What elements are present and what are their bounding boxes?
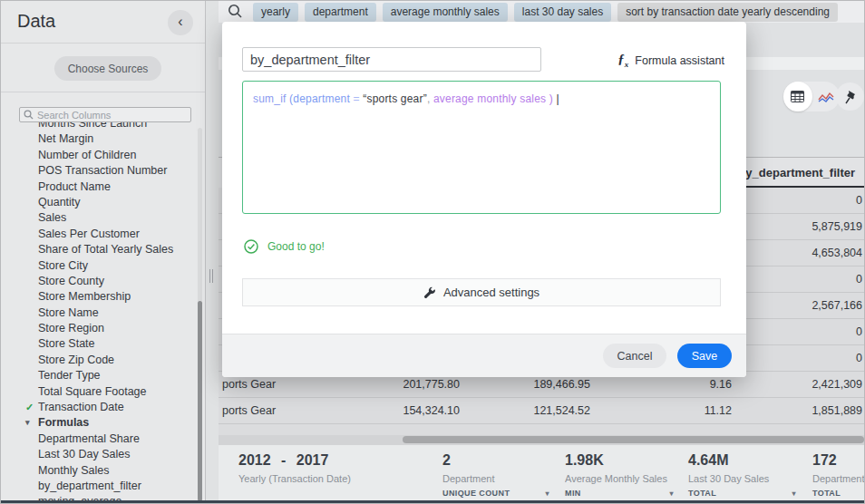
sidebar-scrollbar[interactable] <box>198 128 202 501</box>
advanced-settings-button[interactable]: Advanced settings <box>242 278 721 306</box>
table-cell: ports Gear <box>222 398 276 423</box>
chevron-down-icon[interactable]: ▾ <box>25 415 30 431</box>
table-cell: 2,421,309 <box>812 372 862 397</box>
filter-chip[interactable]: average monthly sales <box>383 3 508 22</box>
column-header-by-department-filter[interactable]: by_department_filter <box>738 158 855 189</box>
stat-aggregation-selector[interactable]: TOTAL▾ <box>688 489 796 498</box>
sidebar-scrollbar-thumb[interactable] <box>198 301 202 501</box>
filter-chip[interactable]: yearly <box>253 3 298 22</box>
filter-chip[interactable]: department <box>305 3 376 22</box>
stat-aggregation-selector[interactable]: UNIQUE COUNT▾ <box>442 489 549 498</box>
cancel-button[interactable]: Cancel <box>603 344 666 368</box>
data-sidebar: Data ‹ Choose Sources Months Since Launc… <box>1 1 206 504</box>
chevron-down-icon[interactable]: ▾ <box>792 489 796 498</box>
window-bottom-edge <box>1 500 864 503</box>
pin-button[interactable] <box>836 82 864 111</box>
check-circle-icon <box>244 239 258 254</box>
horizontal-scrollbar-thumb[interactable] <box>403 436 864 443</box>
sidebar-item-departmental-share[interactable]: Departmental Share <box>1 431 195 447</box>
sidebar-item-number-of-children[interactable]: Number of Children <box>1 148 195 163</box>
stat-aggregation-selector[interactable]: MIN▾ <box>565 489 674 498</box>
stat-label: Last 30 Day Sales <box>688 473 796 484</box>
table-row[interactable]: ports Gear154,324.10121,524.5211.121,851… <box>219 398 865 424</box>
formula-assistant-button[interactable]: ƒx Formula assistant <box>617 52 724 69</box>
search-columns-input[interactable] <box>37 110 182 121</box>
sidebar-item-label: Last 30 Day Sales <box>38 448 130 460</box>
sidebar-sources-section: Choose Sources <box>1 44 205 92</box>
sidebar-item-label: Sales <box>38 211 66 224</box>
sidebar-item-quantity[interactable]: Quantity <box>1 195 195 210</box>
sidebar-item-tender-type[interactable]: Tender Type <box>1 368 195 383</box>
formula-token: = <box>350 92 363 105</box>
formula-assistant-label: Formula assistant <box>635 54 724 67</box>
filter-chip[interactable]: last 30 day sales <box>514 3 611 22</box>
sidebar-item-store-county[interactable]: Store County <box>1 274 195 289</box>
sidebar-item-formulas[interactable]: ▾Formulas <box>1 415 195 431</box>
sidebar-item-pos-transaction-number[interactable]: POS Transaction Number <box>1 163 195 179</box>
sidebar-item-label: Tender Type <box>38 369 101 382</box>
table-cell: 121,524.52 <box>533 398 590 423</box>
sidebar-item-label: Transaction Date <box>38 401 124 413</box>
table-cell: 0 <box>856 267 862 292</box>
sidebar-item-store-membership[interactable]: Store Membership <box>1 289 195 305</box>
sidebar-item-label: Store State <box>38 337 95 350</box>
save-button[interactable]: Save <box>677 344 732 368</box>
panel-resize-gutter[interactable] <box>206 1 219 504</box>
sidebar-item-total-square-footage[interactable]: Total Square Footage <box>1 384 195 400</box>
chevron-down-icon[interactable]: ▾ <box>670 489 674 498</box>
sidebar-item-net-margin[interactable]: Net Margin <box>1 131 195 147</box>
sidebar-item-label: Quantity <box>38 196 81 208</box>
sidebar-item-months-since-launch[interactable]: Months Since Launch <box>1 122 195 131</box>
table-cell: 11.12 <box>705 398 732 423</box>
formula-token: sum_if <box>253 92 289 105</box>
sidebar-item-label: POS Transaction Number <box>38 164 167 177</box>
formula-token: , <box>427 92 433 105</box>
sidebar-item-label: Monthly Sales <box>38 464 110 477</box>
stat-value: 4.64M <box>688 452 796 469</box>
advanced-settings-label: Advanced settings <box>443 286 539 299</box>
stat-departmenta: 172DepartmentaTOTAL <box>812 452 865 498</box>
view-toggle[interactable] <box>783 82 840 111</box>
table-cell: 0 <box>856 188 862 213</box>
sidebar-item-sales-per-customer[interactable]: Sales Per Customer <box>1 227 195 242</box>
sidebar-item-product-name[interactable]: Product Name <box>1 179 195 195</box>
stat-aggregation-selector[interactable]: TOTAL <box>812 489 865 498</box>
formula-name-input[interactable] <box>242 47 541 72</box>
filter-chip[interactable]: sort by transaction date yearly descendi… <box>617 3 838 22</box>
collapse-sidebar-button[interactable]: ‹ <box>168 10 193 35</box>
stat-label: Average Monthly Sales <box>565 473 674 484</box>
sidebar-item-share-of-total-yearly-sales[interactable]: Share of Total Yearly Sales <box>1 242 195 257</box>
sidebar-item-store-state[interactable]: Store State <box>1 336 195 352</box>
sidebar-item-store-city[interactable]: Store City <box>1 258 195 274</box>
horizontal-scrollbar[interactable] <box>219 435 864 444</box>
filter-chips: yearlydepartmentaverage monthly saleslas… <box>253 3 838 22</box>
sidebar-item-label: Net Margin <box>38 132 93 145</box>
sidebar-item-label: by_department_filter <box>38 480 141 492</box>
sidebar-item-store-region[interactable]: Store Region <box>1 321 195 336</box>
search-icon[interactable] <box>228 4 243 23</box>
sidebar-item-label: Store Name <box>38 306 99 319</box>
sidebar-item-monthly-sales[interactable]: Monthly Sales <box>1 463 195 479</box>
chevron-down-icon[interactable]: ▾ <box>546 489 549 498</box>
sidebar-header: Data ‹ <box>1 1 205 44</box>
table-cell: 2,567,166 <box>812 293 862 318</box>
search-columns-box[interactable] <box>19 107 191 122</box>
resize-handle-icon[interactable] <box>209 269 213 283</box>
fx-icon: ƒx <box>617 52 628 69</box>
table-cell: 5,875,919 <box>812 214 862 239</box>
formula-editor[interactable]: sum_if (department = “sports gear”, aver… <box>242 81 721 214</box>
table-row[interactable] <box>219 424 865 435</box>
sidebar-item-sales[interactable]: Sales <box>1 210 195 226</box>
sidebar-item-label: Sales Per Customer <box>38 228 140 240</box>
sidebar-item-last-30-day-sales[interactable]: Last 30 Day Sales <box>1 447 195 462</box>
formula-token: department <box>293 92 350 105</box>
formula-code: sum_if (department = “sports gear”, aver… <box>243 82 720 116</box>
table-view-icon[interactable] <box>783 82 812 111</box>
sidebar-item-label: Number of Children <box>38 149 136 161</box>
formula-editor-dialog: ƒx Formula assistant sum_if (department … <box>222 22 746 377</box>
choose-sources-button[interactable]: Choose Sources <box>54 56 161 81</box>
sidebar-item-transaction-date[interactable]: ✓Transaction Date <box>1 400 195 415</box>
sidebar-item-by-department-filter[interactable]: by_department_filter <box>1 479 195 494</box>
sidebar-item-store-name[interactable]: Store Name <box>1 305 195 321</box>
sidebar-item-store-zip-code[interactable]: Store Zip Code <box>1 353 195 368</box>
